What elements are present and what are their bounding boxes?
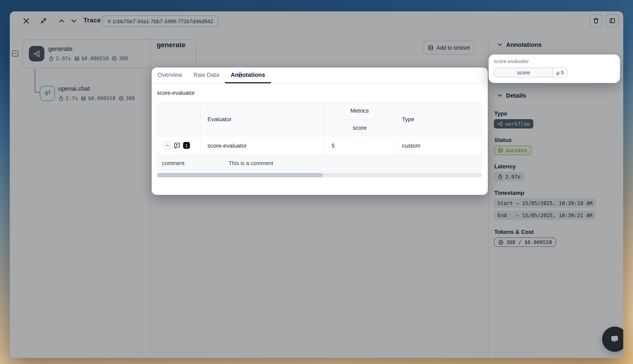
scrollbar-thumb[interactable] — [157, 173, 323, 177]
header-evaluator: Evaluator — [200, 102, 325, 136]
annotations-tab-card: Overview Raw Data Annotations score-eval… — [152, 68, 488, 195]
evaluator-section-title: score-evaluator — [157, 90, 195, 96]
metric-value: μ 5 — [553, 68, 567, 77]
header-metrics: Metrics score — [325, 102, 395, 136]
comment-icon[interactable] — [173, 142, 180, 149]
tab-overview[interactable]: Overview — [152, 68, 188, 83]
collapse-row-button[interactable] — [164, 142, 171, 149]
tab-raw-data[interactable]: Raw Data — [188, 68, 225, 83]
comment-key: comment — [158, 155, 224, 171]
row-score: 5 — [325, 136, 395, 154]
table-header-row: Evaluator Metrics score Type — [158, 102, 482, 136]
screen: Trace # 1cbb70e7-34a1-7bb7-3498-771b7d46… — [0, 0, 633, 364]
text-selection-highlight: n — [238, 72, 242, 78]
tab-bar: Overview Raw Data Annotations — [152, 68, 488, 83]
header-type: Type — [395, 102, 482, 136]
tab-annotations[interactable]: Annotations — [225, 68, 271, 83]
horizontal-scrollbar — [157, 173, 482, 177]
row-type: custom — [395, 136, 482, 154]
metric-name: score — [494, 68, 553, 77]
comment-value: This is a comment — [224, 155, 482, 171]
evaluations-table: Evaluator Metrics score Type 1 score-eva… — [157, 102, 482, 172]
row-tools-cell: 1 — [158, 136, 200, 154]
row-evaluator: score-evaluator — [200, 136, 325, 154]
annotation-evaluator-label: score-evaluator — [494, 58, 529, 64]
header-tools-cell — [158, 102, 200, 136]
annotation-score-pill[interactable]: score μ 5 — [494, 68, 568, 77]
comment-row: comment This is a comment — [158, 154, 482, 171]
comment-count-badge: 1 — [183, 142, 190, 149]
annotation-popover-card: score-evaluator score μ 5 — [488, 54, 620, 83]
table-row: 1 score-evaluator 5 custom — [158, 136, 482, 154]
